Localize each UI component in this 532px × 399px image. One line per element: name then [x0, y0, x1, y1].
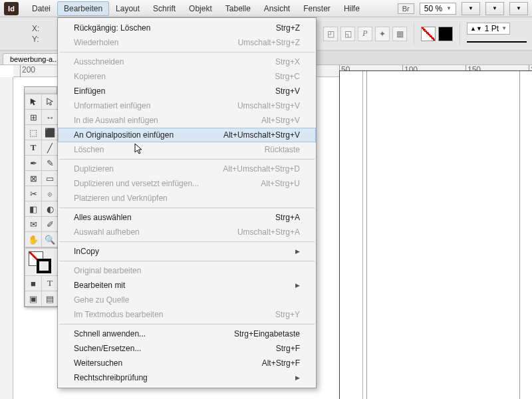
- chevron-down-icon: ▼: [446, 5, 452, 11]
- stroke-swatch[interactable]: [438, 27, 453, 41]
- menu-item-label: Auswahl aufheben: [74, 227, 140, 237]
- menu-layout[interactable]: Layout: [109, 1, 146, 16]
- selection-tool[interactable]: [25, 94, 41, 109]
- stroke-weight-field[interactable]: ▲▼ 1 Pt ▼: [467, 23, 510, 35]
- guide-margin-right[interactable]: [519, 71, 520, 399]
- menu-item-weitersuchen[interactable]: WeitersuchenAlt+Strg+F: [58, 356, 316, 370]
- menu-item-label: Wiederholen: [74, 38, 118, 47]
- menubar: Id DateiBearbeitenLayoutSchriftObjektTab…: [0, 0, 532, 17]
- menu-item-duplizieren-und-versetzt-einf-gen: Duplizieren und versetzt einfügen...Alt+…: [58, 176, 316, 191]
- guide-margin-left[interactable]: [366, 71, 367, 399]
- menu-item-label: An Originalposition einfügen: [74, 130, 174, 140]
- menu-item-l-schen: LöschenRücktaste: [58, 142, 316, 157]
- menu-item-original-bearbeiten: Original bearbeiten: [58, 263, 316, 278]
- menu-item-label: In die Auswahl einfügen: [74, 116, 158, 125]
- stroke-proxy[interactable]: [37, 259, 51, 273]
- menu-item-label: Unformatiert einfügen: [74, 101, 150, 110]
- menu-item-shortcut: Umschalt+Strg+Z: [238, 38, 300, 47]
- menu-item-label: Im Textmodus bearbeiten: [74, 310, 164, 319]
- note-tool[interactable]: ✉: [25, 217, 41, 231]
- menu-item-an-originalposition-einf-gen[interactable]: An Originalposition einfügenAlt+Umschalt…: [58, 128, 316, 142]
- gradient-feather-tool[interactable]: ◐: [42, 201, 58, 216]
- rectangle-frame-tool[interactable]: ⊠: [25, 171, 41, 186]
- menu-item-r-ckg-ngig-l-schen[interactable]: Rückgängig: LöschenStrg+Z: [58, 21, 316, 35]
- x-label: X:: [32, 24, 39, 33]
- normal-view-icon[interactable]: ▣: [25, 291, 41, 306]
- menu-item-suchen-ersetzen[interactable]: Suchen/Ersetzen...Strg+F: [58, 341, 316, 356]
- gradient-swatch-tool[interactable]: ◧: [25, 201, 41, 216]
- menu-item-label: Ausschneiden: [74, 57, 124, 66]
- line-tool[interactable]: ╱: [42, 140, 58, 155]
- menu-fenster[interactable]: Fenster: [297, 1, 337, 16]
- paragraph-style-icon[interactable]: P: [358, 27, 372, 41]
- menu-item-shortcut: Alt+Umschalt+Strg+D: [223, 164, 300, 174]
- screen-mode-button[interactable]: ▼: [485, 2, 504, 15]
- menu-item-bearbeiten-mit[interactable]: Bearbeiten mit▶: [58, 278, 316, 293]
- menu-objekt[interactable]: Objekt: [182, 1, 219, 16]
- eyedropper-tool[interactable]: ✐: [42, 217, 58, 231]
- stroke-style-icon[interactable]: [467, 41, 527, 45]
- menu-item-shortcut: Strg+C: [275, 72, 300, 81]
- menu-item-label: Schnell anwenden...: [74, 329, 146, 338]
- gap-tool[interactable]: ↔: [42, 110, 58, 124]
- effects-icon[interactable]: ✦: [375, 27, 390, 41]
- menu-bearbeiten[interactable]: Bearbeiten: [57, 1, 109, 16]
- menu-ansicht[interactable]: Ansicht: [257, 1, 297, 16]
- menu-item-shortcut: Umschalt+Strg+A: [237, 227, 300, 237]
- chevron-down-icon: ▼: [468, 5, 473, 11]
- scissors-tool[interactable]: ✂: [25, 186, 41, 201]
- free-transform-tool[interactable]: ⟐: [42, 186, 58, 201]
- guide-cyan[interactable]: [362, 71, 363, 399]
- zoom-tool[interactable]: 🔍: [42, 232, 58, 247]
- menu-item-label: Löschen: [74, 145, 104, 154]
- fill-swatch[interactable]: [421, 27, 436, 41]
- menu-item-duplizieren: DuplizierenAlt+Umschalt+Strg+D: [58, 162, 316, 176]
- bridge-button[interactable]: Br: [398, 3, 414, 14]
- zoom-level[interactable]: 50 % ▼: [420, 3, 456, 15]
- menu-hilfe[interactable]: Hilfe: [337, 1, 366, 16]
- apply-type-icon[interactable]: T: [42, 276, 58, 291]
- ruler-vertical[interactable]: [0, 77, 13, 399]
- view-options-button[interactable]: ▼: [462, 2, 480, 15]
- menu-item-label: Alles auswählen: [74, 213, 132, 222]
- content-placer-tool[interactable]: ⬛: [42, 125, 58, 140]
- menu-separator: [59, 159, 315, 160]
- menu-item-alles-ausw-hlen[interactable]: Alles auswählenStrg+A: [58, 210, 316, 225]
- page-tool[interactable]: ⊞: [25, 110, 41, 124]
- menu-item-rechtschreibpr-fung[interactable]: Rechtschreibprüfung▶: [58, 370, 316, 385]
- wrap-icon[interactable]: ▦: [392, 27, 407, 41]
- menu-item-einf-gen[interactable]: EinfügenStrg+V: [58, 84, 316, 98]
- direct-selection-tool[interactable]: [42, 94, 58, 109]
- menu-datei[interactable]: Datei: [25, 1, 57, 16]
- menu-item-incopy[interactable]: InCopy▶: [58, 244, 316, 259]
- toolbox: ⊞ ↔ ⬚ ⬛ T ╱ ✒ ✎ ⊠ ▭ ✂ ⟐ ◧ ◐ ✉ ✐ ✋ 🔍 ■ T …: [24, 86, 57, 307]
- content-collector-tool[interactable]: ⬚: [25, 125, 41, 140]
- menu-schrift[interactable]: Schrift: [146, 1, 182, 16]
- menu-item-shortcut: Alt+Umschalt+Strg+V: [223, 130, 300, 140]
- hand-tool[interactable]: ✋: [25, 232, 41, 247]
- menu-item-label: Rückgängig: Löschen: [74, 23, 150, 33]
- pencil-tool[interactable]: ✎: [42, 156, 58, 170]
- menu-item-label: Rechtschreibprüfung: [74, 373, 148, 382]
- menu-item-shortcut: Alt+Strg+U: [261, 179, 300, 188]
- menu-item-kopieren: KopierenStrg+C: [58, 69, 316, 84]
- fill-stroke-proxy[interactable]: [25, 249, 58, 275]
- rectangle-tool[interactable]: ▭: [42, 171, 58, 186]
- preview-view-icon[interactable]: ▤: [42, 291, 58, 306]
- pen-tool[interactable]: ✒: [25, 156, 41, 170]
- menu-tabelle[interactable]: Tabelle: [219, 1, 257, 16]
- page: [339, 70, 532, 399]
- select-content-icon[interactable]: ◱: [340, 27, 355, 41]
- menu-item-im-textmodus-bearbeiten: Im Textmodus bearbeitenStrg+Y: [58, 307, 316, 322]
- menu-item-schnell-anwenden[interactable]: Schnell anwenden...Strg+Eingabetaste: [58, 327, 316, 341]
- select-container-icon[interactable]: ◰: [323, 27, 338, 41]
- ruler-tick: 200: [20, 65, 35, 77]
- menu-item-shortcut: Strg+A: [275, 213, 300, 222]
- type-tool[interactable]: T: [25, 140, 41, 155]
- menu-item-label: Gehe zu Quelle: [74, 295, 129, 305]
- arrange-button[interactable]: ▼: [509, 2, 528, 15]
- menu-item-in-die-auswahl-einf-gen: In die Auswahl einfügenAlt+Strg+V: [58, 113, 316, 128]
- menu-item-shortcut: Strg+X: [275, 57, 300, 66]
- panel-grip[interactable]: [25, 87, 57, 94]
- apply-color-icon[interactable]: ■: [25, 276, 41, 291]
